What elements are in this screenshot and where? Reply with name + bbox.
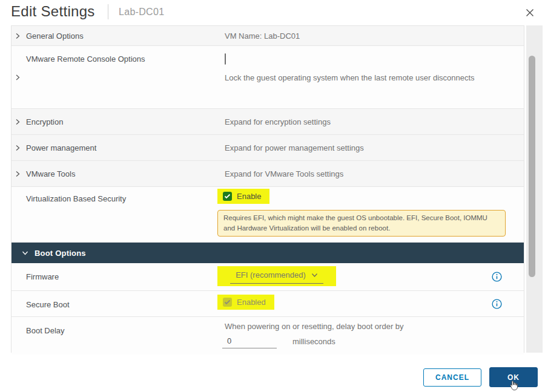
boot-delay-unit: milliseconds xyxy=(292,337,335,348)
close-icon xyxy=(525,8,535,18)
chevron-right-icon[interactable] xyxy=(15,145,21,151)
vm-name-value: VM Name: Lab-DC01 xyxy=(225,31,300,41)
remote-console-value-col: Lock the guest operating system when the… xyxy=(217,46,524,108)
firmware-dropdown[interactable]: EFI (recommended) xyxy=(230,270,323,284)
boot-options-header-label: Boot Options xyxy=(35,249,86,258)
secure-boot-info-button[interactable] xyxy=(492,299,502,309)
ok-button[interactable]: OK xyxy=(489,367,538,387)
firmware-value-col: EFI (recommended) xyxy=(217,263,524,290)
chevron-right-icon[interactable] xyxy=(15,74,21,81)
row-boot-delay: Boot Delay When powering on or resetting… xyxy=(12,317,524,354)
checkmark-icon xyxy=(224,299,231,305)
firmware-info-button[interactable] xyxy=(492,272,502,282)
secure-boot-checkbox-label: Enabled xyxy=(237,298,266,307)
general-options-label: General Options xyxy=(26,31,84,41)
dialog-title: Edit Settings xyxy=(11,3,95,20)
encryption-hint: Expand for encryption settings xyxy=(225,117,331,126)
boot-delay-description: When powering on or resetting, delay boo… xyxy=(225,322,404,331)
row-remote-console-options: VMware Remote Console Options Lock the g… xyxy=(12,46,524,109)
close-button[interactable] xyxy=(523,6,537,19)
firmware-dropdown-highlight: EFI (recommended) xyxy=(217,266,336,286)
secure-boot-value-col: Enabled xyxy=(217,291,524,316)
row-power-management[interactable]: Power management Expand for power manage… xyxy=(12,135,524,161)
info-icon xyxy=(492,299,502,309)
secure-boot-checkbox-highlight: Enabled xyxy=(217,295,274,310)
secure-boot-label-col: Secure Boot xyxy=(12,291,217,316)
cancel-button[interactable]: CANCEL xyxy=(423,368,481,387)
power-management-value-col: Expand for power management settings xyxy=(217,143,524,152)
firmware-selected-value: EFI (recommended) xyxy=(236,270,306,279)
vbs-enable-checkbox[interactable] xyxy=(223,192,232,201)
chevron-down-icon[interactable] xyxy=(22,250,28,256)
boot-delay-label-col: Boot Delay xyxy=(12,317,217,354)
vmware-tools-hint: Expand for VMware Tools settings xyxy=(225,169,343,178)
titlebar: Edit Settings Lab-DC01 xyxy=(0,0,545,24)
encryption-value-col: Expand for encryption settings xyxy=(217,117,524,126)
vmware-tools-value-col: Expand for VMware Tools settings xyxy=(217,169,524,178)
vbs-label-col: Virtualization Based Security xyxy=(12,187,217,242)
row-secure-boot: Secure Boot Enabled xyxy=(12,291,524,317)
vbs-enable-label: Enable xyxy=(237,192,261,201)
title-divider xyxy=(108,4,108,19)
firmware-label-col: Firmware xyxy=(12,263,217,290)
boot-delay-input[interactable] xyxy=(222,335,277,348)
secure-boot-label: Secure Boot xyxy=(26,300,70,309)
row-encryption[interactable]: Encryption Expand for encryption setting… xyxy=(12,109,524,135)
vbs-value-col: Enable Requires EFI, which might make th… xyxy=(217,187,524,242)
scrollbar-thumb[interactable] xyxy=(529,56,535,277)
lock-guest-os-description: Lock the guest operating system when the… xyxy=(225,68,485,87)
secure-boot-checkbox xyxy=(223,298,232,307)
lock-guest-os-checkbox[interactable] xyxy=(225,53,226,65)
chevron-down-icon xyxy=(311,273,318,278)
scrollbar-track[interactable] xyxy=(526,25,543,353)
section-header-boot-options[interactable]: Boot Options xyxy=(12,243,524,263)
encryption-label: Encryption xyxy=(26,117,63,126)
chevron-right-icon[interactable] xyxy=(15,171,21,177)
info-icon xyxy=(492,272,502,282)
row-virtualization-based-security: Virtualization Based Security Enable Req… xyxy=(12,187,524,243)
boot-delay-value-col: When powering on or resetting, delay boo… xyxy=(217,317,524,354)
power-management-label: Power management xyxy=(26,143,96,152)
vm-name-subtitle: Lab-DC01 xyxy=(119,7,164,18)
chevron-right-icon[interactable] xyxy=(15,119,21,125)
row-vmware-tools[interactable]: VMware Tools Expand for VMware Tools set… xyxy=(12,161,524,187)
vmware-tools-label: VMware Tools xyxy=(26,169,75,178)
chevron-right-icon[interactable] xyxy=(15,33,21,39)
checkmark-icon xyxy=(224,194,231,199)
boot-delay-label: Boot Delay xyxy=(26,326,65,335)
vbs-enable-checkbox-highlight: Enable xyxy=(217,189,269,204)
general-options-label-col: General Options xyxy=(12,31,217,41)
settings-table: General Options VM Name: Lab-DC01 VMware… xyxy=(11,25,524,353)
power-management-hint: Expand for power management settings xyxy=(225,143,364,152)
vmware-tools-label-col: VMware Tools xyxy=(12,169,217,178)
vbs-label: Virtualization Based Security xyxy=(26,194,126,203)
row-general-options[interactable]: General Options VM Name: Lab-DC01 xyxy=(12,26,524,46)
encryption-label-col: Encryption xyxy=(12,117,217,126)
firmware-label: Firmware xyxy=(26,272,59,281)
row-firmware: Firmware EFI (recommended) xyxy=(12,263,524,291)
general-options-value-col: VM Name: Lab-DC01 xyxy=(217,31,524,41)
edit-settings-dialog: Edit Settings Lab-DC01 General Options V… xyxy=(0,0,545,392)
power-management-label-col: Power management xyxy=(12,143,217,152)
remote-console-label-col: VMware Remote Console Options xyxy=(12,46,217,108)
remote-console-label: VMware Remote Console Options xyxy=(26,54,145,64)
vbs-warning-message: Requires EFI, which might make the guest… xyxy=(217,210,506,237)
dialog-footer: CANCEL OK xyxy=(423,367,538,387)
